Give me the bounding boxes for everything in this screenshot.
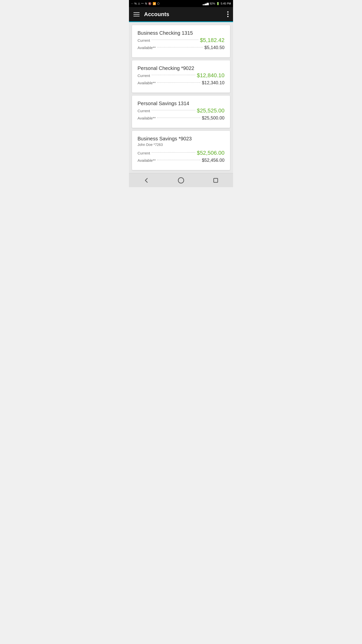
svg-rect-1 (214, 178, 218, 182)
accounts-list: Business Checking 1315 Current $5,182.42… (129, 22, 233, 173)
available-amount-3: $25,500.00 (202, 115, 224, 121)
available-amount-4: $52,456.00 (202, 158, 224, 163)
menu-button[interactable] (133, 12, 140, 16)
available-label-1: Available** (138, 46, 156, 50)
svg-point-0 (178, 178, 184, 183)
status-bar-right: ▂▄▆ 92% 🔋 5:45 PM (203, 2, 231, 5)
current-amount-1: $5,182.42 (200, 37, 224, 44)
battery-icon: 🔋 (216, 2, 220, 5)
current-label-3: Current (138, 109, 150, 113)
recent-apps-button[interactable] (208, 175, 223, 185)
wifi-icon: 📶 (153, 2, 156, 5)
account-card-4[interactable]: Business Savings *9023 John Doe *7263 Cu… (132, 131, 230, 170)
available-amount-1: $5,140.50 (204, 45, 224, 50)
account-name-1: Business Checking 1315 (138, 30, 224, 36)
percent-icon: % (134, 2, 137, 5)
back-button[interactable] (139, 175, 154, 185)
account-card-2[interactable]: Personal Checking *9022 Current $12,840.… (132, 60, 230, 93)
warning-icon: ⚠ (138, 2, 140, 5)
current-balance-row-2: Current $12,840.10 (138, 72, 224, 79)
header: Accounts (129, 7, 233, 22)
notification-dots-icon: ··· (131, 2, 133, 5)
more-options-button[interactable] (227, 11, 229, 17)
dots-3b (157, 117, 200, 118)
signal-icon: ▂▄▆ (203, 2, 209, 5)
available-balance-row-2: Available** $12,340.10 (138, 80, 224, 86)
mute-icon: 🔇 (148, 2, 152, 5)
dots-2b (157, 82, 200, 83)
current-balance-row-3: Current $25,525.00 (138, 107, 224, 114)
account-subtitle-4: John Doe *7263 (138, 143, 224, 147)
bluetooth-icon: ⭠ (141, 2, 144, 5)
current-label-2: Current (138, 73, 150, 78)
current-amount-4: $52,506.00 (197, 150, 224, 156)
available-balance-row-3: Available** $25,500.00 (138, 115, 224, 121)
available-amount-2: $12,340.10 (202, 80, 224, 86)
battery-percent: 92% (210, 2, 215, 5)
home-button[interactable] (173, 175, 189, 185)
current-label-4: Current (138, 151, 150, 155)
current-balance-row-1: Current $5,182.42 (138, 37, 224, 44)
available-balance-row-1: Available** $5,140.50 (138, 45, 224, 50)
account-card-1[interactable]: Business Checking 1315 Current $5,182.42… (132, 25, 230, 57)
page-title: Accounts (144, 11, 227, 18)
account-card-3[interactable]: Personal Savings 1314 Current $25,525.00… (132, 96, 230, 128)
dots-3a (152, 110, 195, 110)
current-amount-2: $12,840.10 (197, 72, 224, 79)
dots-1a (152, 39, 198, 40)
status-bar: ··· % ⚠ ⭠ N 🔇 📶 ⬡ ▂▄▆ 92% 🔋 5:45 PM (129, 0, 233, 7)
current-balance-row-4: Current $52,506.00 (138, 150, 224, 156)
available-balance-row-4: Available** $52,456.00 (138, 158, 224, 163)
time: 5:45 PM (221, 2, 231, 5)
available-label-4: Available** (138, 158, 156, 163)
current-amount-3: $25,525.00 (197, 107, 224, 114)
account-name-2: Personal Checking *9022 (138, 65, 224, 71)
available-label-2: Available** (138, 81, 156, 85)
account-name-3: Personal Savings 1314 (138, 101, 224, 106)
nfc-icon: N (145, 2, 147, 5)
current-label-1: Current (138, 38, 150, 43)
dots-2a (152, 75, 195, 75)
dots-1b (157, 47, 203, 48)
cast-icon: ⬡ (157, 2, 160, 5)
dots-4b (157, 160, 200, 160)
status-bar-left: ··· % ⚠ ⭠ N 🔇 📶 ⬡ (131, 2, 160, 5)
available-label-3: Available** (138, 116, 156, 120)
dots-4a (152, 152, 195, 153)
account-name-4: Business Savings *9023 (138, 136, 224, 142)
bottom-nav (129, 173, 233, 187)
